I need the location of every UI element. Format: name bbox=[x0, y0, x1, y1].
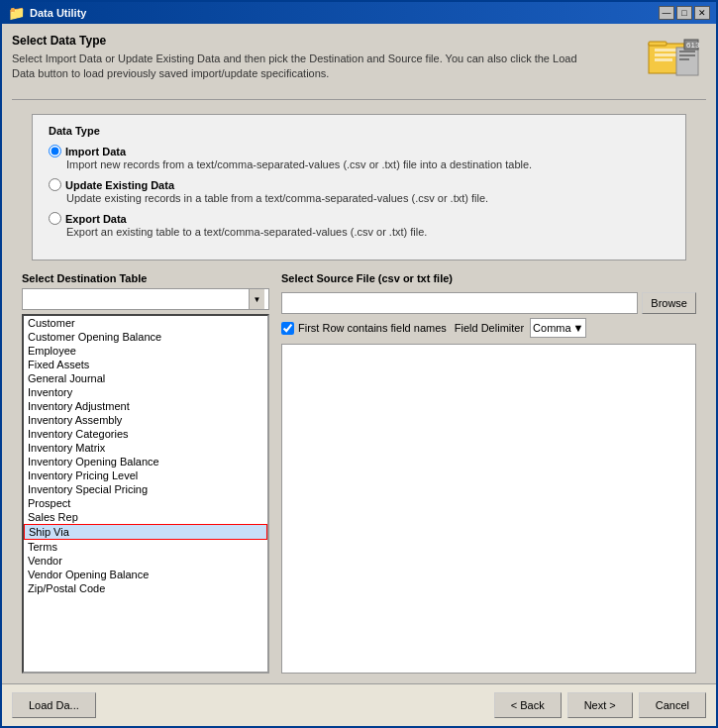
list-item[interactable]: Inventory bbox=[24, 385, 267, 399]
import-data-option: Import Data Import new records from a te… bbox=[49, 145, 669, 170]
close-button[interactable]: ✕ bbox=[694, 6, 710, 20]
header-text: Select Data Type Select Import Data or U… bbox=[12, 34, 586, 82]
options-row: First Row contains field names Field Del… bbox=[281, 318, 696, 338]
source-file-label: Select Source File (csv or txt file) bbox=[281, 272, 696, 284]
source-file-row: Browse bbox=[281, 292, 696, 314]
source-file-section: Select Source File (csv or txt file) Bro… bbox=[281, 272, 696, 338]
window-icon: 📁 bbox=[8, 5, 25, 21]
list-item[interactable]: Terms bbox=[24, 540, 267, 554]
list-item[interactable]: Zip/Postal Code bbox=[24, 581, 267, 595]
footer: Load Da... < Back Next > Cancel bbox=[2, 683, 716, 726]
list-item[interactable]: Inventory Opening Balance bbox=[24, 455, 267, 468]
group-label: Data Type bbox=[49, 125, 669, 137]
export-data-label[interactable]: Export Data bbox=[49, 212, 669, 225]
header-section: Select Data Type Select Import Data or U… bbox=[12, 34, 706, 89]
import-data-desc: Import new records from a text/comma-sep… bbox=[66, 158, 669, 170]
svg-rect-3 bbox=[655, 53, 678, 56]
import-data-label[interactable]: Import Data bbox=[49, 145, 669, 157]
svg-rect-2 bbox=[655, 49, 678, 52]
minimize-button[interactable]: — bbox=[659, 6, 674, 20]
delimiter-value: Comma bbox=[533, 322, 571, 334]
back-button[interactable]: < Back bbox=[494, 692, 562, 718]
list-item[interactable]: Inventory Special Pricing bbox=[24, 482, 267, 496]
import-data-radio[interactable] bbox=[49, 145, 61, 157]
field-delimiter-row: Field Delimiter Comma ▼ bbox=[455, 318, 587, 338]
source-file-input[interactable] bbox=[281, 292, 638, 314]
list-item[interactable]: Inventory Adjustment bbox=[24, 399, 267, 413]
main-window: 📁 Data Utility — □ ✕ Select Data Type Se… bbox=[0, 0, 718, 728]
export-data-desc: Export an existing table to a text/comma… bbox=[66, 226, 669, 238]
update-data-option: Update Existing Data Update existing rec… bbox=[49, 178, 669, 204]
footer-right: < Back Next > Cancel bbox=[494, 692, 706, 718]
update-data-radio[interactable] bbox=[49, 178, 61, 191]
source-text-area bbox=[281, 344, 696, 674]
delimiter-arrow-icon: ▼ bbox=[573, 322, 584, 334]
destination-table-panel: Select Destination Table ▼ CustomerCusto… bbox=[22, 272, 269, 674]
svg-rect-6 bbox=[679, 51, 695, 52]
window-title: Data Utility bbox=[30, 7, 86, 19]
list-item[interactable]: Sales Rep bbox=[24, 510, 267, 524]
list-item[interactable]: Ship Via bbox=[24, 524, 267, 540]
footer-left: Load Da... bbox=[12, 692, 96, 718]
destination-table-list[interactable]: CustomerCustomer Opening BalanceEmployee… bbox=[22, 314, 269, 674]
destination-table-combo[interactable]: ▼ bbox=[22, 288, 269, 310]
svg-rect-4 bbox=[655, 58, 672, 61]
list-item[interactable]: Customer Opening Balance bbox=[24, 330, 267, 344]
next-button[interactable]: Next > bbox=[567, 692, 633, 718]
combo-arrow-icon[interactable]: ▼ bbox=[249, 289, 264, 309]
list-item[interactable]: Inventory Matrix bbox=[24, 441, 267, 455]
update-data-desc: Update existing records in a table from … bbox=[66, 192, 669, 204]
list-item[interactable]: Vendor bbox=[24, 554, 267, 568]
source-file-panel: Select Source File (csv or txt file) Bro… bbox=[281, 272, 696, 674]
bottom-section: Select Destination Table ▼ CustomerCusto… bbox=[22, 272, 696, 674]
list-item[interactable]: Fixed Assets bbox=[24, 358, 267, 371]
window-content: Select Data Type Select Import Data or U… bbox=[2, 24, 716, 683]
cancel-button[interactable]: Cancel bbox=[639, 692, 706, 718]
list-item[interactable]: Employee bbox=[24, 344, 267, 358]
title-bar-buttons: — □ ✕ bbox=[659, 6, 710, 20]
list-item[interactable]: Vendor Opening Balance bbox=[24, 568, 267, 581]
list-item[interactable]: Inventory Pricing Level bbox=[24, 468, 267, 482]
first-row-checkbox[interactable] bbox=[281, 322, 294, 335]
first-row-checkbox-label[interactable]: First Row contains field names bbox=[281, 322, 447, 335]
update-data-label[interactable]: Update Existing Data bbox=[49, 178, 669, 191]
list-item[interactable]: Customer bbox=[24, 316, 267, 330]
svg-rect-8 bbox=[679, 58, 689, 60]
list-item[interactable]: Prospect bbox=[24, 496, 267, 510]
svg-rect-1 bbox=[649, 42, 667, 46]
maximize-button[interactable]: □ bbox=[676, 6, 692, 20]
header-icon: 613 bbox=[647, 34, 706, 83]
browse-button[interactable]: Browse bbox=[642, 292, 696, 314]
svg-text:613: 613 bbox=[686, 41, 700, 50]
title-bar-left: 📁 Data Utility bbox=[8, 5, 86, 21]
delimiter-select[interactable]: Comma ▼ bbox=[530, 318, 586, 338]
svg-rect-7 bbox=[679, 54, 695, 56]
list-item[interactable]: Inventory Assembly bbox=[24, 413, 267, 427]
page-title: Select Data Type bbox=[12, 34, 586, 48]
data-type-group: Data Type Import Data Import new records… bbox=[32, 114, 686, 260]
page-description: Select Import Data or Update Existing Da… bbox=[12, 52, 586, 82]
first-row-label-text: First Row contains field names bbox=[298, 322, 447, 334]
export-data-option: Export Data Export an existing table to … bbox=[49, 212, 669, 238]
list-item[interactable]: General Journal bbox=[24, 371, 267, 385]
export-data-radio[interactable] bbox=[49, 212, 61, 225]
destination-table-label: Select Destination Table bbox=[22, 272, 269, 284]
field-delimiter-label-text: Field Delimiter bbox=[455, 322, 524, 334]
list-item[interactable]: Inventory Categories bbox=[24, 427, 267, 441]
title-bar: 📁 Data Utility — □ ✕ bbox=[2, 2, 716, 24]
load-data-button[interactable]: Load Da... bbox=[12, 692, 96, 718]
header-divider bbox=[12, 99, 706, 100]
